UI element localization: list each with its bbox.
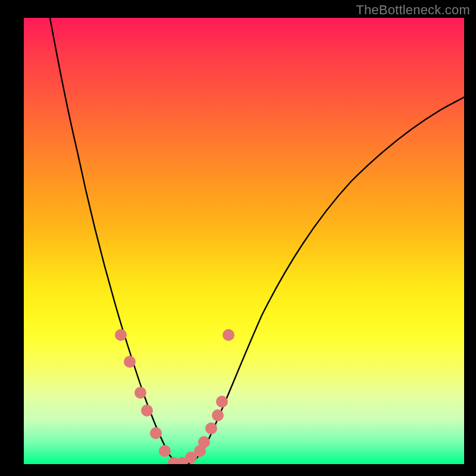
data-point <box>212 409 224 421</box>
data-point <box>198 436 210 448</box>
data-point <box>216 396 228 408</box>
chart-frame: TheBottleneck.com <box>0 0 476 476</box>
data-point <box>134 387 146 399</box>
data-point <box>150 427 162 439</box>
data-point <box>115 329 127 341</box>
watermark-text: TheBottleneck.com <box>356 2 470 18</box>
bottleneck-curve <box>50 18 464 464</box>
data-point <box>124 356 136 368</box>
data-point <box>141 405 153 416</box>
data-point <box>159 445 171 457</box>
data-point <box>205 422 217 434</box>
curve-path-group <box>50 18 464 464</box>
data-point <box>223 329 234 341</box>
marker-group <box>115 329 234 464</box>
chart-svg <box>24 18 464 464</box>
